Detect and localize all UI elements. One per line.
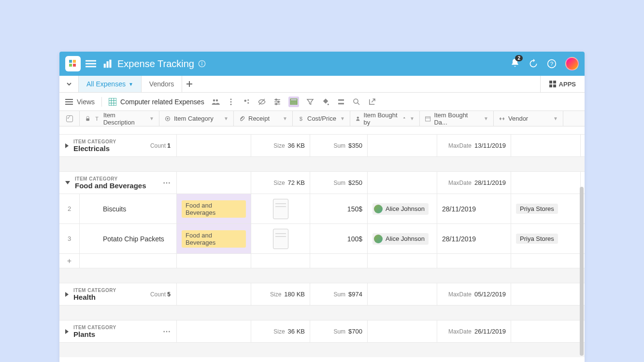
svg-rect-19 bbox=[65, 99, 73, 100]
views-button[interactable]: Views bbox=[65, 98, 95, 106]
col-checkbox[interactable] bbox=[59, 111, 80, 126]
svg-rect-22 bbox=[109, 98, 116, 106]
svg-text:$: $ bbox=[300, 116, 303, 122]
svg-rect-18 bbox=[553, 84, 556, 87]
cell-vendor[interactable]: Priya Stores bbox=[511, 194, 581, 223]
hide-icon[interactable] bbox=[258, 97, 266, 106]
group-icon[interactable] bbox=[288, 97, 299, 107]
col-receipt[interactable]: Receipt▼ bbox=[234, 111, 293, 126]
expand-icon[interactable] bbox=[65, 329, 69, 334]
svg-rect-44 bbox=[290, 103, 297, 104]
tabs-bar: All Expenses ▼ Vendors APPS bbox=[59, 76, 585, 93]
table-row[interactable]: 2 Biscuits Food and Beverages 150$ Alice… bbox=[59, 194, 585, 224]
notifications-button[interactable]: 2 bbox=[510, 58, 520, 70]
table-row[interactable]: 3 Potato Chip Packets Food and Beverages… bbox=[59, 224, 585, 254]
cell-cost[interactable]: 150$ bbox=[310, 194, 368, 223]
svg-rect-1 bbox=[73, 60, 76, 63]
menu-icon[interactable] bbox=[86, 58, 96, 69]
calendar-icon bbox=[425, 115, 431, 122]
more-icon[interactable]: ⋯ bbox=[163, 178, 171, 187]
column-headers: T Item Description▼ Item Category▼ Recei… bbox=[59, 111, 585, 126]
search-icon[interactable] bbox=[352, 97, 361, 106]
receipt-thumbnail[interactable] bbox=[273, 229, 288, 249]
cell-description[interactable]: Potato Chip Packets bbox=[80, 224, 177, 253]
expand-icon[interactable] bbox=[65, 292, 69, 297]
settings-icon[interactable] bbox=[273, 97, 282, 106]
info-icon[interactable] bbox=[198, 60, 206, 68]
svg-point-27 bbox=[213, 99, 215, 101]
svg-rect-6 bbox=[86, 66, 96, 68]
lock-icon bbox=[85, 115, 91, 122]
user-avatar[interactable] bbox=[565, 57, 579, 70]
cell-receipt[interactable] bbox=[251, 224, 310, 253]
cell-date[interactable]: 28/11/2019 bbox=[437, 194, 511, 223]
toolbar: Views Computer related Expenses bbox=[59, 93, 585, 111]
svg-line-49 bbox=[358, 103, 359, 105]
app-logo[interactable] bbox=[65, 56, 81, 71]
tab-vendors[interactable]: Vendors bbox=[142, 76, 182, 92]
group-food[interactable]: ITEM CATEGORY Food and Beverages ⋯ Size7… bbox=[59, 171, 585, 194]
svg-rect-20 bbox=[65, 101, 73, 102]
col-vendor[interactable]: Vendor▼ bbox=[494, 111, 563, 126]
group-electricals[interactable]: ITEM CATEGORY Electricals Count 1 Size36… bbox=[59, 134, 585, 157]
chart-icon bbox=[103, 59, 113, 69]
collapse-button[interactable] bbox=[59, 76, 79, 92]
avatar bbox=[374, 205, 383, 213]
svg-rect-21 bbox=[65, 104, 73, 105]
cell-bought-by[interactable]: Alice Johnson bbox=[368, 224, 437, 253]
col-date[interactable]: Item Bought Da...▼ bbox=[420, 111, 494, 126]
cell-cost[interactable]: 100$ bbox=[310, 224, 368, 253]
svg-point-53 bbox=[167, 118, 169, 120]
svg-point-41 bbox=[275, 103, 277, 105]
cell-bought-by[interactable]: Alice Johnson bbox=[368, 194, 437, 223]
cell-vendor[interactable]: Priya Stores bbox=[511, 224, 581, 253]
svg-rect-11 bbox=[201, 63, 202, 66]
svg-point-31 bbox=[230, 103, 231, 105]
cell-category[interactable]: Food and Beverages bbox=[177, 194, 251, 223]
export-icon[interactable] bbox=[368, 97, 376, 106]
add-row-button[interactable]: + bbox=[59, 254, 80, 268]
tab-all-expenses[interactable]: All Expenses ▼ bbox=[79, 76, 142, 92]
expand-icon[interactable] bbox=[65, 143, 69, 148]
svg-rect-3 bbox=[73, 64, 76, 67]
svg-point-33 bbox=[247, 99, 249, 100]
dollar-icon: $ bbox=[298, 115, 304, 122]
people-icon[interactable] bbox=[211, 97, 220, 106]
vertical-scrollbar[interactable] bbox=[580, 187, 584, 356]
more-icon[interactable] bbox=[227, 97, 235, 106]
color-icon[interactable] bbox=[321, 97, 330, 106]
svg-rect-43 bbox=[290, 101, 297, 102]
collapse-icon[interactable] bbox=[65, 181, 70, 184]
col-bought-by[interactable]: Item Bought by ▼ bbox=[350, 111, 420, 126]
col-description[interactable]: T Item Description▼ bbox=[80, 111, 159, 126]
page-title: Expense Tracking bbox=[117, 58, 194, 70]
svg-rect-2 bbox=[69, 64, 72, 67]
col-category[interactable]: Item Category▼ bbox=[159, 111, 234, 126]
svg-point-29 bbox=[230, 98, 231, 100]
more-icon[interactable]: ⋯ bbox=[163, 327, 171, 336]
filter-icon[interactable] bbox=[306, 97, 315, 106]
share-icon[interactable] bbox=[242, 97, 251, 106]
help-icon[interactable]: ? bbox=[547, 59, 557, 69]
cell-receipt[interactable] bbox=[251, 194, 310, 223]
group-plants[interactable]: ITEM CATEGORY Plants ⋯ Size36 KB Sum$700… bbox=[59, 320, 585, 343]
receipt-thumbnail[interactable] bbox=[273, 199, 288, 219]
cell-category[interactable]: Food and Beverages bbox=[177, 224, 251, 253]
group-health[interactable]: ITEM CATEGORY Health Count 5 Size180 KB … bbox=[59, 283, 585, 306]
svg-rect-15 bbox=[549, 81, 552, 84]
svg-point-28 bbox=[215, 99, 218, 101]
svg-rect-47 bbox=[338, 103, 344, 104]
avatar bbox=[374, 235, 383, 243]
tag-icon bbox=[164, 115, 171, 122]
row-height-icon[interactable] bbox=[337, 97, 345, 106]
add-tab-button[interactable] bbox=[182, 76, 197, 92]
grid-icon bbox=[109, 98, 116, 106]
col-cost[interactable]: $ Cost/Price▼ bbox=[293, 111, 350, 126]
view-name[interactable]: Computer related Expenses bbox=[109, 98, 204, 106]
apps-button[interactable]: APPS bbox=[540, 76, 585, 92]
svg-point-40 bbox=[277, 101, 279, 102]
svg-point-12 bbox=[201, 62, 202, 63]
cell-date[interactable]: 28/11/2019 bbox=[437, 224, 511, 253]
history-icon[interactable] bbox=[529, 59, 538, 69]
cell-description[interactable]: Biscuits bbox=[80, 194, 177, 223]
